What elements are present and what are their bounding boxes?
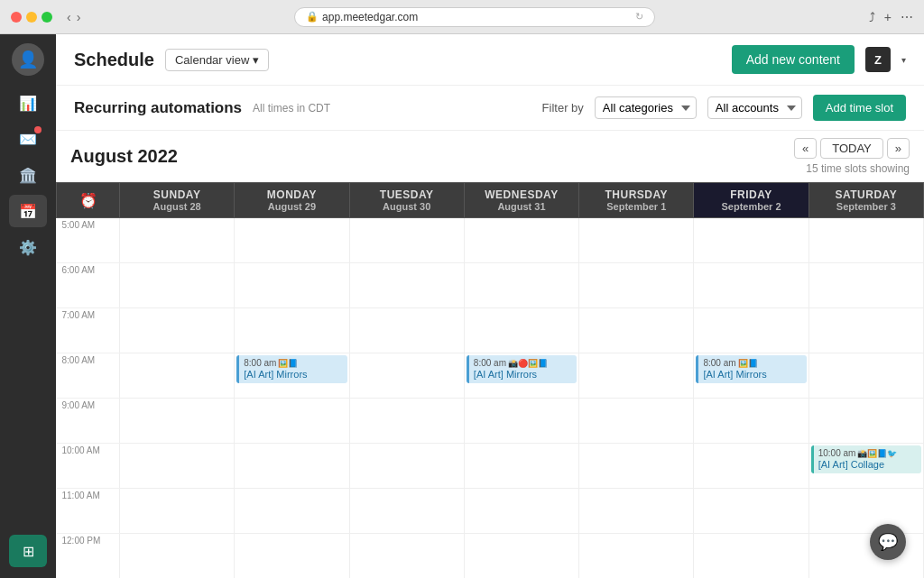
sunday-8am[interactable] bbox=[120, 353, 235, 399]
friday-5am[interactable] bbox=[694, 218, 808, 263]
event-wednesday-8am[interactable]: 8:00 am 📸🔴🖼️📘 [AI Art] Mirrors bbox=[467, 355, 577, 383]
monday-8am[interactable]: 8:00 am 🖼️📘 [AI Art] Mirrors bbox=[235, 353, 349, 399]
browser-max-btn[interactable] bbox=[42, 12, 52, 23]
thursday-9am[interactable] bbox=[579, 399, 694, 444]
sidebar-item-library[interactable]: 🏛️ bbox=[9, 159, 47, 191]
wednesday-9am[interactable] bbox=[464, 399, 578, 444]
browser-forward-btn[interactable]: › bbox=[77, 10, 81, 24]
sunday-9am[interactable] bbox=[120, 399, 235, 444]
saturday-5am[interactable] bbox=[808, 218, 923, 263]
monday-10am[interactable] bbox=[235, 444, 349, 489]
browser-share-icon[interactable]: ⤴ bbox=[869, 10, 875, 24]
wednesday-10am[interactable] bbox=[464, 444, 578, 489]
tuesday-12pm[interactable] bbox=[349, 534, 464, 579]
sunday-11am[interactable] bbox=[120, 489, 235, 534]
saturday-7am[interactable] bbox=[808, 308, 923, 353]
tuesday-5am[interactable] bbox=[349, 218, 464, 263]
sunday-7am[interactable] bbox=[120, 308, 235, 353]
sidebar-item-schedule[interactable]: 📅 bbox=[9, 195, 47, 227]
calendar-view-dropdown[interactable]: Calendar view ▾ bbox=[165, 49, 269, 71]
sunday-5am[interactable] bbox=[120, 218, 235, 263]
user-menu-chevron[interactable]: ▾ bbox=[901, 55, 906, 65]
browser-url-bar[interactable]: 🔒 app.meetedgar.com ↻ bbox=[294, 7, 655, 27]
friday-9am[interactable] bbox=[694, 399, 808, 444]
saturday-6am[interactable] bbox=[808, 263, 923, 308]
tuesday-6am[interactable] bbox=[349, 263, 464, 308]
time-5am: 5:00 AM bbox=[57, 218, 120, 263]
table-row: 10:00 AM 10:00 am 📸🖼️📘🐦 [AI Ar bbox=[57, 444, 924, 489]
saturday-10am[interactable]: 10:00 am 📸🖼️📘🐦 [AI Art] Collage bbox=[808, 444, 923, 489]
sidebar-avatar[interactable]: 👤 bbox=[12, 43, 44, 76]
calendar-prev-btn[interactable]: « bbox=[794, 138, 817, 159]
time-6am: 6:00 AM bbox=[57, 263, 120, 308]
sunday-10am[interactable] bbox=[120, 444, 235, 489]
saturday-9am[interactable] bbox=[808, 399, 923, 444]
friday-6am[interactable] bbox=[694, 263, 808, 308]
table-row: 7:00 AM bbox=[57, 308, 924, 353]
automations-bar: Recurring automations All times in CDT F… bbox=[56, 86, 924, 131]
browser-close-btn[interactable] bbox=[11, 12, 22, 23]
sidebar-item-messages[interactable]: ✉️ bbox=[9, 123, 47, 155]
monday-12pm[interactable] bbox=[235, 534, 349, 579]
wednesday-6am[interactable] bbox=[464, 263, 578, 308]
event-friday-8am[interactable]: 8:00 am 🖼️📘 [AI Art] Mirrors bbox=[696, 355, 806, 383]
chat-icon: 💬 bbox=[878, 532, 898, 552]
friday-12pm[interactable] bbox=[694, 534, 808, 579]
sidebar-item-learn[interactable]: 🎓 bbox=[9, 571, 47, 578]
friday-11am[interactable] bbox=[694, 489, 808, 534]
dashboard-icon: 📊 bbox=[19, 95, 37, 112]
saturday-12pm[interactable] bbox=[808, 534, 923, 579]
browser-back-btn[interactable]: ‹ bbox=[67, 10, 71, 24]
tuesday-8am[interactable] bbox=[349, 353, 464, 399]
tuesday-11am[interactable] bbox=[349, 489, 464, 534]
thursday-6am[interactable] bbox=[579, 263, 694, 308]
chat-bubble-button[interactable]: 💬 bbox=[870, 524, 906, 560]
browser-min-btn[interactable] bbox=[26, 12, 37, 23]
sunday-header: SUNDAY August 28 bbox=[120, 183, 235, 218]
saturday-11am[interactable] bbox=[808, 489, 923, 534]
monday-11am[interactable] bbox=[235, 489, 349, 534]
add-timeslot-button[interactable]: Add time slot bbox=[813, 95, 906, 121]
sidebar-item-settings[interactable]: ⚙️ bbox=[9, 231, 47, 263]
user-badge[interactable]: Z bbox=[865, 47, 891, 72]
friday-10am[interactable] bbox=[694, 444, 808, 489]
wednesday-12pm[interactable] bbox=[464, 534, 578, 579]
calendar-today-btn[interactable]: TODAY bbox=[820, 138, 883, 159]
thursday-11am[interactable] bbox=[579, 489, 694, 534]
calendar-next-btn[interactable]: » bbox=[887, 138, 910, 159]
add-content-button[interactable]: Add new content bbox=[732, 45, 855, 74]
monday-7am[interactable] bbox=[235, 308, 349, 353]
time-12pm: 12:00 PM bbox=[57, 534, 120, 579]
thursday-7am[interactable] bbox=[579, 308, 694, 353]
thursday-12pm[interactable] bbox=[579, 534, 694, 579]
wednesday-8am[interactable]: 8:00 am 📸🔴🖼️📘 [AI Art] Mirrors bbox=[464, 353, 578, 399]
tuesday-7am[interactable] bbox=[349, 308, 464, 353]
tuesday-10am[interactable] bbox=[349, 444, 464, 489]
table-row: 9:00 AM bbox=[57, 399, 924, 444]
tuesday-9am[interactable] bbox=[349, 399, 464, 444]
monday-6am[interactable] bbox=[235, 263, 349, 308]
event-monday-8am[interactable]: 8:00 am 🖼️📘 [AI Art] Mirrors bbox=[236, 355, 346, 383]
browser-add-icon[interactable]: + bbox=[884, 10, 892, 24]
messages-icon: ✉️ bbox=[19, 131, 37, 148]
friday-7am[interactable] bbox=[694, 308, 808, 353]
wednesday-5am[interactable] bbox=[464, 218, 578, 263]
sunday-6am[interactable] bbox=[120, 263, 235, 308]
calendar-area[interactable]: August 2022 « TODAY » 15 time slots show… bbox=[56, 131, 924, 578]
sidebar-item-dashboard[interactable]: 📊 bbox=[9, 87, 47, 119]
thursday-8am[interactable] bbox=[579, 353, 694, 399]
sunday-12pm[interactable] bbox=[120, 534, 235, 579]
wednesday-7am[interactable] bbox=[464, 308, 578, 353]
thursday-5am[interactable] bbox=[579, 218, 694, 263]
sidebar-widget-btn[interactable]: ⊞ bbox=[9, 535, 47, 567]
monday-9am[interactable] bbox=[235, 399, 349, 444]
filter-categories-select[interactable]: All categories bbox=[595, 96, 697, 119]
saturday-8am[interactable] bbox=[808, 353, 923, 399]
browser-more-icon[interactable]: ⋯ bbox=[901, 10, 913, 24]
event-saturday-10am[interactable]: 10:00 am 📸🖼️📘🐦 [AI Art] Collage bbox=[811, 445, 921, 473]
wednesday-11am[interactable] bbox=[464, 489, 578, 534]
friday-8am[interactable]: 8:00 am 🖼️📘 [AI Art] Mirrors bbox=[694, 353, 808, 399]
thursday-10am[interactable] bbox=[579, 444, 694, 489]
monday-5am[interactable] bbox=[235, 218, 349, 263]
filter-accounts-select[interactable]: All accounts bbox=[707, 96, 802, 119]
